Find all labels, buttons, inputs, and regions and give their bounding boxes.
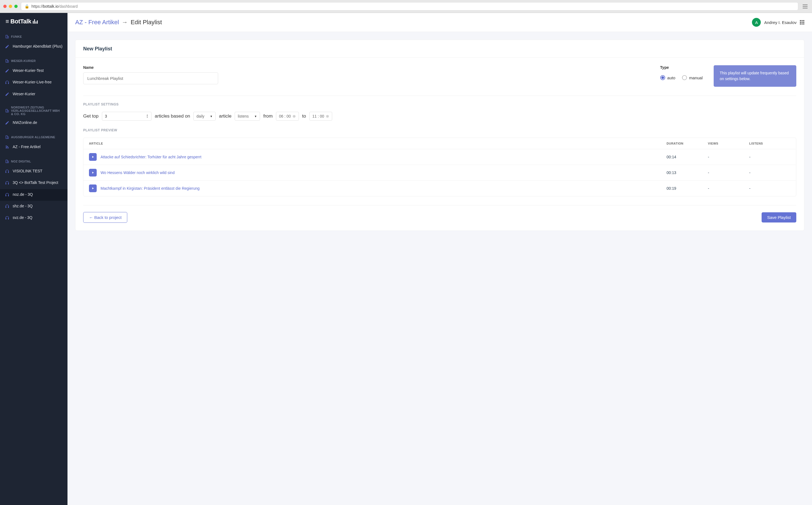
- sidebar-item[interactable]: AZ - Free Artikel: [0, 142, 67, 153]
- table-row: Wo Hessens Wälder noch wirklich wild sin…: [84, 165, 796, 181]
- table-header: ARTICLE DURATION VIEWS LISTENS: [84, 138, 796, 149]
- card-title: New Playlist: [75, 40, 804, 57]
- col-duration: DURATION: [667, 142, 708, 145]
- play-button[interactable]: [89, 153, 97, 161]
- top-count-input[interactable]: 3 ▲▼: [102, 112, 152, 121]
- divider: [83, 96, 796, 96]
- browser-menu-button[interactable]: [802, 3, 809, 10]
- metric-select[interactable]: listens▼: [235, 112, 260, 121]
- pencil-icon: [5, 92, 9, 98]
- sidebar-item[interactable]: NWZonline.de: [0, 117, 67, 129]
- listens-cell: -: [749, 186, 791, 191]
- sidebar-section-header: NOZ DIGITAL: [0, 157, 67, 166]
- apps-grid-icon[interactable]: [800, 20, 804, 24]
- sidebar-item[interactable]: 3Q <> BotTalk Test Project: [0, 177, 67, 189]
- views-cell: -: [708, 186, 749, 191]
- sidebar-item[interactable]: Weser-Kurier-Test: [0, 65, 67, 77]
- views-cell: -: [708, 155, 749, 159]
- period-select[interactable]: daily▼: [193, 112, 216, 121]
- views-cell: -: [708, 170, 749, 175]
- sidebar: ≡BotTalk FUNKEHamburger Abendblatt (Plus…: [0, 13, 67, 505]
- user-area[interactable]: A Andrey I. Esaulov: [752, 18, 804, 27]
- radio-unchecked-icon: [682, 75, 687, 80]
- col-article: ARTICLE: [89, 142, 667, 145]
- sidebar-item-label: VISIOLINK TEST: [13, 169, 42, 173]
- headphones-icon: [5, 216, 9, 221]
- to-label: to: [302, 114, 306, 119]
- arrow-right-icon: →: [122, 19, 128, 26]
- article-label: article: [219, 114, 231, 119]
- settings-row: Get top 3 ▲▼ articles based on daily▼ ar…: [83, 112, 796, 121]
- preview-section-label: PLAYLIST PREVIEW: [83, 128, 796, 132]
- browser-chrome: 🔒 https://bottalk.io/dashboard: [0, 0, 812, 13]
- building-icon: [5, 34, 9, 39]
- based-on-label: articles based on: [155, 114, 190, 119]
- maximize-window-button[interactable]: [14, 5, 18, 8]
- sidebar-item[interactable]: Weser-Kurier-Live-free: [0, 77, 67, 89]
- headphones-icon: [5, 181, 9, 186]
- pencil-icon: [5, 68, 9, 74]
- type-auto-radio[interactable]: auto: [660, 75, 675, 80]
- table-row: Attacke auf Schiedsrichter: Torhüter für…: [84, 149, 796, 165]
- article-link[interactable]: Attacke auf Schiedsrichter: Torhüter für…: [101, 155, 201, 159]
- sidebar-section-header: NORDWEST-ZEITUNG VERLAGSGESELLSCHAFT MBH…: [0, 104, 67, 117]
- sidebar-item-label: Weser-Kurier-Test: [13, 68, 44, 73]
- rss-icon: [5, 145, 9, 150]
- play-button[interactable]: [89, 169, 97, 176]
- pencil-icon: [5, 121, 9, 126]
- sidebar-item-label: Weser-Kurier: [13, 92, 35, 97]
- sidebar-item-label: svz.de - 3Q: [13, 215, 32, 220]
- name-label: Name: [83, 65, 649, 70]
- listens-cell: -: [749, 155, 791, 159]
- sidebar-item[interactable]: Hamburger Abendblatt (Plus): [0, 41, 67, 52]
- duration-cell: 00:14: [667, 155, 708, 159]
- playlist-card: New Playlist Name Type auto: [75, 40, 804, 231]
- sidebar-item-label: Hamburger Abendblatt (Plus): [13, 44, 62, 49]
- breadcrumb-project-link[interactable]: AZ - Free Artikel: [75, 19, 119, 26]
- minimize-window-button[interactable]: [9, 5, 12, 8]
- sidebar-item[interactable]: VISIOLINK TEST: [0, 166, 67, 177]
- logo: ≡BotTalk: [0, 13, 67, 29]
- url-text: https://bottalk.io/dashboard: [31, 4, 78, 9]
- user-name: Andrey I. Esaulov: [764, 20, 797, 25]
- to-time-input[interactable]: 11 : 00⊗: [309, 112, 332, 121]
- building-icon: [5, 109, 9, 114]
- info-box: This playlist will update frequently bas…: [714, 65, 796, 87]
- clear-icon[interactable]: ⊗: [293, 114, 296, 119]
- sidebar-item-label: shz.de - 3Q: [13, 203, 32, 208]
- sidebar-item-label: AZ - Free Artikel: [13, 144, 40, 149]
- window-controls: [3, 5, 18, 8]
- sidebar-item[interactable]: noz.de - 3Q: [0, 189, 67, 201]
- back-to-project-button[interactable]: ← Back to project: [83, 212, 127, 223]
- listens-cell: -: [749, 170, 791, 175]
- playlist-name-input[interactable]: [83, 72, 218, 84]
- sidebar-item-label: Weser-Kurier-Live-free: [13, 79, 51, 85]
- from-label: from: [263, 114, 273, 119]
- duration-cell: 00:19: [667, 186, 708, 191]
- sidebar-section-header: FUNKE: [0, 32, 67, 41]
- stepper-icon[interactable]: ▲▼: [146, 114, 148, 119]
- col-listens: LISTENS: [749, 142, 791, 145]
- url-bar[interactable]: 🔒 https://bottalk.io/dashboard: [21, 2, 798, 10]
- sidebar-item-label: NWZonline.de: [13, 120, 37, 125]
- article-link[interactable]: Wo Hessens Wälder noch wirklich wild sin…: [101, 170, 175, 175]
- sidebar-item[interactable]: Weser-Kurier: [0, 89, 67, 100]
- close-window-button[interactable]: [3, 5, 7, 8]
- breadcrumb-current: Edit Playlist: [131, 19, 162, 26]
- article-link[interactable]: Machtkampf in Kirgistan: Präsident entlä…: [101, 186, 200, 191]
- sidebar-section-header: AUGSBURGER ALLGEMEINE: [0, 133, 67, 142]
- headphones-icon: [5, 204, 9, 209]
- chevron-down-icon: ▼: [210, 115, 213, 118]
- sidebar-item[interactable]: svz.de - 3Q: [0, 212, 67, 224]
- building-icon: [5, 159, 9, 164]
- type-label: Type: [660, 65, 703, 70]
- sidebar-item-label: noz.de - 3Q: [13, 192, 33, 197]
- sidebar-item[interactable]: shz.de - 3Q: [0, 201, 67, 212]
- play-button[interactable]: [89, 184, 97, 192]
- duration-cell: 00:13: [667, 170, 708, 175]
- pencil-icon: [5, 44, 9, 50]
- type-manual-radio[interactable]: manual: [682, 75, 703, 80]
- clear-icon[interactable]: ⊗: [326, 114, 329, 119]
- save-playlist-button[interactable]: Save Playlist: [762, 212, 796, 222]
- from-time-input[interactable]: 06 : 00⊗: [276, 112, 299, 121]
